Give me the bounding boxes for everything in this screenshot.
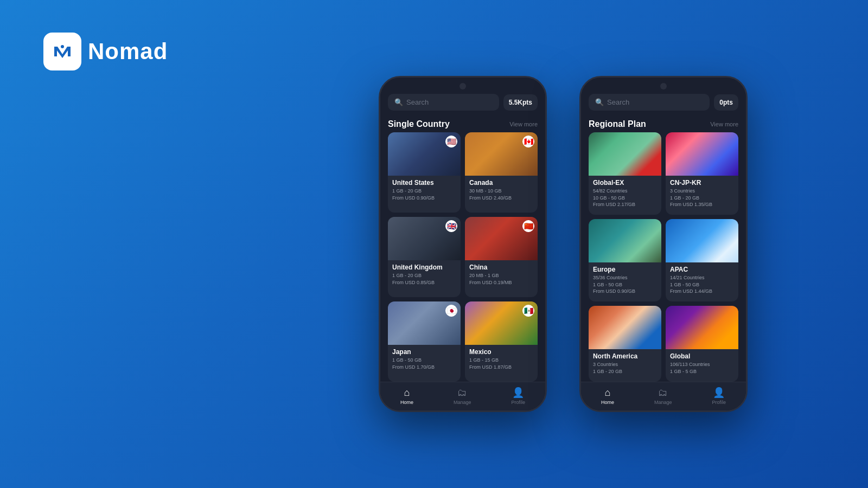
card-europe[interactable]: Europe 35/36 Countries 1 GB - 50 GB From… — [589, 219, 661, 301]
card-img-global — [666, 306, 738, 349]
region-countries-global-ex: 54/82 Countries — [593, 188, 657, 195]
phone-left: 🔍 Search 5.5Kpts Single Country View mor… — [379, 76, 547, 412]
region-countries-europe: 35/36 Countries — [593, 274, 657, 281]
region-price-europe: From USD 0.90/GB — [593, 288, 657, 295]
card-img-us: 🇺🇸 — [388, 132, 461, 176]
country-data-us: 1 GB - 20 GB — [392, 188, 456, 195]
card-info-mx: Mexico 1 GB - 15 GB From USD 1.87/GB — [465, 345, 538, 374]
nav-home-right[interactable]: ⌂ Home — [601, 387, 614, 405]
region-data-cn-jp-kr: 1 GB - 20 GB — [670, 195, 734, 202]
points-badge-left: 5.5Kpts — [503, 94, 538, 111]
nav-profile-right[interactable]: 👤 Profile — [712, 387, 726, 405]
card-ca[interactable]: 🇨🇦 Canada 30 MB - 10 GB From USD 2.40/GB — [465, 132, 538, 213]
card-info-apac: APAC 14/21 Countries 1 GB - 50 GB From U… — [666, 262, 738, 299]
card-info-us: United States 1 GB - 20 GB From USD 0.90… — [388, 176, 461, 205]
section-title-right: Regional Plan — [589, 119, 646, 129]
region-price-cn-jp-kr: From USD 1.35/GB — [670, 201, 734, 208]
manage-icon-right: 🗂 — [658, 387, 668, 399]
nav-profile-label-left: Profile — [511, 400, 525, 405]
flag-us: 🇺🇸 — [445, 136, 457, 147]
region-name-cn-jp-kr: CN-JP-KR — [670, 179, 734, 187]
card-info-cn-jp-kr: CN-JP-KR 3 Countries 1 GB - 20 GB From U… — [666, 176, 738, 212]
country-data-uk: 1 GB - 20 GB — [392, 272, 456, 279]
region-countries-north-america: 3 Countries — [593, 361, 657, 368]
search-input-right[interactable]: 🔍 Search — [589, 94, 710, 111]
region-name-europe: Europe — [593, 266, 657, 273]
region-data-global-ex: 10 GB - 50 GB — [593, 195, 657, 202]
card-cn[interactable]: 🇨🇳 China 20 MB - 1 GB From USD 0.19/MB — [465, 217, 538, 297]
card-info-cn: China 20 MB - 1 GB From USD 0.19/MB — [465, 260, 538, 290]
region-countries-global: 106/113 Countries — [670, 361, 734, 368]
nav-bar-right: ⌂ Home 🗂 Manage 👤 Profile — [581, 382, 746, 410]
country-data-cn: 20 MB - 1 GB — [469, 272, 533, 279]
region-name-north-america: North America — [593, 352, 657, 360]
region-name-global: Global — [670, 352, 734, 360]
card-global[interactable]: Global 106/113 Countries 1 GB - 5 GB — [666, 306, 738, 382]
card-info-global: Global 106/113 Countries 1 GB - 5 GB — [666, 349, 738, 378]
region-price-global-ex: From USD 2.17/GB — [593, 201, 657, 208]
country-price-jp: From USD 1.70/GB — [392, 364, 456, 371]
section-header-left: Single Country View more — [380, 115, 545, 132]
country-data-mx: 1 GB - 15 GB — [469, 357, 533, 364]
region-data-north-america: 1 GB - 20 GB — [593, 368, 657, 375]
flag-uk: 🇬🇧 — [445, 220, 457, 232]
country-price-ca: From USD 2.40/GB — [469, 195, 533, 202]
search-icon-right: 🔍 — [595, 98, 604, 106]
card-north-america[interactable]: North America 3 Countries 1 GB - 20 GB — [589, 306, 661, 382]
card-img-mx: 🇲🇽 — [465, 301, 538, 345]
search-input-left[interactable]: 🔍 Search — [388, 94, 499, 111]
nav-manage-right[interactable]: 🗂 Manage — [654, 387, 672, 405]
country-name-uk: United Kingdom — [392, 264, 456, 271]
nav-home-label-right: Home — [601, 400, 614, 405]
search-bar-left: 🔍 Search 5.5Kpts — [380, 87, 545, 115]
card-us[interactable]: 🇺🇸 United States 1 GB - 20 GB From USD 0… — [388, 132, 461, 213]
cards-grid-right: Global-EX 54/82 Countries 10 GB - 50 GB … — [581, 132, 746, 382]
country-name-us: United States — [392, 179, 456, 187]
card-img-apac — [666, 219, 738, 262]
nav-home-left[interactable]: ⌂ Home — [400, 387, 413, 405]
view-more-left[interactable]: View more — [509, 121, 538, 127]
flag-jp: 🇯🇵 — [445, 305, 457, 317]
nav-bar-left: ⌂ Home 🗂 Manage 👤 Profile — [380, 382, 545, 410]
card-jp[interactable]: 🇯🇵 Japan 1 GB - 50 GB From USD 1.70/GB — [388, 301, 461, 382]
card-cn-jp-kr[interactable]: CN-JP-KR 3 Countries 1 GB - 20 GB From U… — [666, 132, 738, 215]
nav-profile-left[interactable]: 👤 Profile — [511, 387, 525, 405]
card-info-north-america: North America 3 Countries 1 GB - 20 GB — [589, 349, 661, 378]
nav-manage-label-left: Manage — [454, 400, 471, 405]
phone-left-screen: 🔍 Search 5.5Kpts Single Country View mor… — [380, 78, 545, 410]
country-data-jp: 1 GB - 50 GB — [392, 357, 456, 364]
card-mx[interactable]: 🇲🇽 Mexico 1 GB - 15 GB From USD 1.87/GB — [465, 301, 538, 382]
country-price-uk: From USD 0.85/GB — [392, 279, 456, 286]
card-info-uk: United Kingdom 1 GB - 20 GB From USD 0.8… — [388, 260, 461, 290]
logo-text: Nomad — [88, 38, 168, 65]
region-data-global: 1 GB - 5 GB — [670, 368, 734, 375]
view-more-right[interactable]: View more — [710, 121, 738, 127]
card-global-ex[interactable]: Global-EX 54/82 Countries 10 GB - 50 GB … — [589, 132, 661, 215]
card-apac[interactable]: APAC 14/21 Countries 1 GB - 50 GB From U… — [666, 219, 738, 301]
card-uk[interactable]: 🇬🇧 United Kingdom 1 GB - 20 GB From USD … — [388, 217, 461, 297]
profile-icon-right: 👤 — [713, 387, 725, 399]
card-img-europe — [589, 219, 661, 262]
region-name-global-ex: Global-EX — [593, 179, 657, 187]
phone-notch-left — [459, 83, 466, 89]
country-name-mx: Mexico — [469, 348, 533, 356]
cards-grid-left: 🇺🇸 United States 1 GB - 20 GB From USD 0… — [380, 132, 545, 382]
logo-container: Nomad — [43, 33, 168, 70]
card-info-jp: Japan 1 GB - 50 GB From USD 1.70/GB — [388, 345, 461, 374]
country-data-ca: 30 MB - 10 GB — [469, 188, 533, 195]
region-data-europe: 1 GB - 50 GB — [593, 281, 657, 288]
search-placeholder-right: Search — [607, 98, 629, 106]
nav-manage-left[interactable]: 🗂 Manage — [454, 387, 471, 405]
card-img-jp: 🇯🇵 — [388, 301, 461, 345]
card-img-global-ex — [589, 132, 661, 176]
phones-wrapper: 🔍 Search 5.5Kpts Single Country View mor… — [379, 76, 748, 412]
flag-mx: 🇲🇽 — [522, 305, 534, 317]
svg-point-1 — [61, 45, 64, 48]
card-info-ca: Canada 30 MB - 10 GB From USD 2.40/GB — [465, 176, 538, 205]
home-icon-right: ⌂ — [605, 387, 611, 399]
search-placeholder-left: Search — [406, 98, 429, 106]
card-img-cn: 🇨🇳 — [465, 217, 538, 260]
search-icon-left: 🔍 — [394, 98, 403, 106]
country-price-cn: From USD 0.19/MB — [469, 279, 533, 286]
points-badge-right: 0pts — [714, 94, 738, 111]
